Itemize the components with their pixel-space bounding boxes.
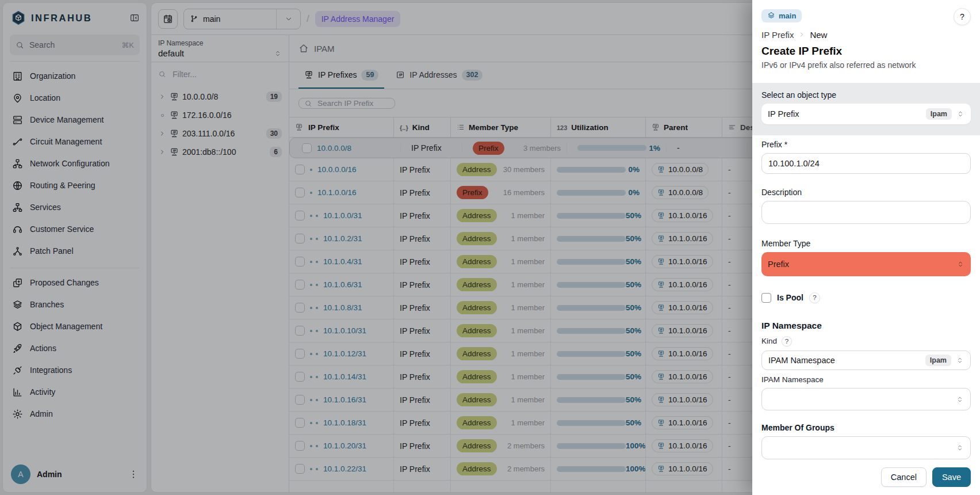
- ipam-namespace-label-row: IPAM Namespace: [761, 375, 971, 384]
- is-pool-help[interactable]: ?: [809, 292, 820, 303]
- app-root: INFRAHUB Search ⌘K OrganizationLocationD…: [0, 0, 980, 495]
- ipam-badge: Ipam: [926, 108, 952, 120]
- member-type-select[interactable]: Prefix: [761, 252, 971, 276]
- ip-namespace-heading: IP Namespace: [761, 321, 971, 331]
- member-of-groups-field: Member Of Groups: [761, 423, 971, 459]
- is-pool-checkbox[interactable]: [761, 293, 771, 303]
- help-button[interactable]: ?: [954, 8, 971, 25]
- chevrons-up-down-icon: [956, 395, 964, 403]
- drawer-breadcrumb-current: New: [810, 30, 827, 40]
- member-of-groups-select[interactable]: [761, 436, 971, 459]
- kind-select[interactable]: IPAM Namespace Ipam: [761, 351, 971, 370]
- save-button[interactable]: Save: [932, 467, 971, 487]
- object-type-select[interactable]: IP Prefix Ipam: [761, 104, 971, 124]
- object-type-label: Select an object type: [761, 90, 971, 100]
- ipam-namespace-label: IPAM Namespace: [761, 375, 824, 384]
- object-type-band: Select an object type IP Prefix Ipam: [752, 83, 980, 135]
- description-field: Description: [761, 188, 971, 226]
- member-type-value: Prefix: [768, 260, 952, 269]
- drawer-title: Create IP Prefix: [761, 45, 971, 58]
- member-type-field: Member Type Prefix: [761, 239, 971, 276]
- cancel-button[interactable]: Cancel: [881, 467, 927, 487]
- chevron-right-icon: [798, 31, 805, 38]
- drawer-subtitle: IPv6 or IPv4 prefix also referred as net…: [761, 60, 971, 70]
- drawer-breadcrumb: IP Prefix New: [761, 30, 971, 40]
- drawer-branch-name: main: [779, 12, 796, 20]
- kind-label-row: Kind ?: [761, 336, 971, 346]
- member-of-groups-label: Member Of Groups: [761, 423, 971, 432]
- chevrons-up-down-icon: [956, 356, 964, 364]
- drawer-footer: Cancel Save: [761, 459, 971, 487]
- drawer-breadcrumb-root: IP Prefix: [761, 30, 794, 40]
- drawer-branch-badge: main: [761, 9, 802, 22]
- prefix-input[interactable]: [761, 153, 971, 174]
- description-input[interactable]: [761, 201, 971, 224]
- ipam-namespace-select[interactable]: [761, 388, 971, 410]
- chevrons-up-down-icon: [956, 444, 964, 452]
- ipam-badge: Ipam: [925, 355, 951, 366]
- description-label: Description: [761, 188, 971, 197]
- kind-label: Kind: [761, 337, 777, 345]
- modal-overlay[interactable]: [0, 0, 752, 495]
- prefix-field: Prefix *: [761, 140, 971, 174]
- object-type-value: IP Prefix: [768, 109, 921, 119]
- chevrons-up-down-icon: [956, 110, 964, 118]
- prefix-label: Prefix *: [761, 140, 971, 149]
- is-pool-label: Is Pool: [777, 293, 803, 302]
- kind-value: IPAM Namespace: [768, 356, 921, 365]
- create-prefix-drawer: main ? IP Prefix New Create IP Prefix IP…: [752, 0, 980, 495]
- layers-icon: [767, 12, 775, 20]
- is-pool-row: Is Pool ?: [761, 292, 971, 303]
- member-type-label: Member Type: [761, 239, 971, 248]
- chevrons-up-down-icon: [956, 260, 964, 268]
- kind-help[interactable]: ?: [782, 336, 792, 346]
